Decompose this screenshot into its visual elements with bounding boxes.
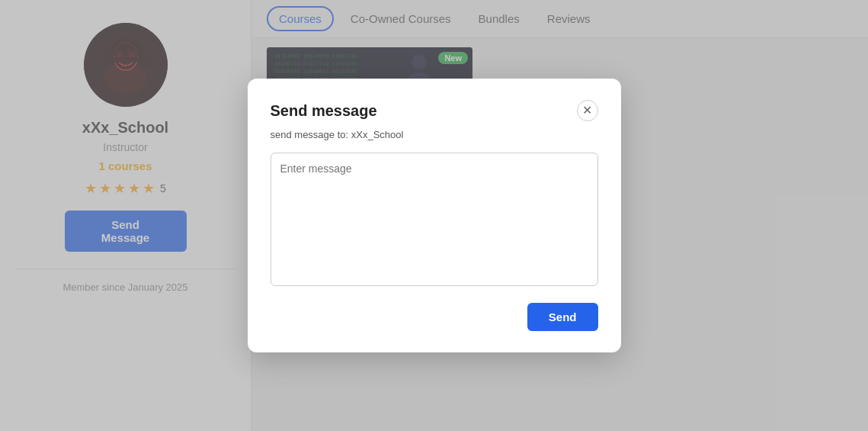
modal-header: Send message ✕ (271, 100, 598, 121)
modal-subtitle: send message to: xXx_School (271, 129, 598, 140)
modal-close-button[interactable]: ✕ (577, 100, 598, 121)
modal-footer: Send (271, 303, 598, 331)
modal-send-button[interactable]: Send (527, 303, 598, 331)
send-message-modal: Send message ✕ send message to: xXx_Scho… (248, 79, 621, 352)
message-textarea[interactable] (271, 153, 598, 286)
modal-overlay: Send message ✕ send message to: xXx_Scho… (0, 0, 868, 431)
modal-title: Send message (271, 102, 377, 120)
